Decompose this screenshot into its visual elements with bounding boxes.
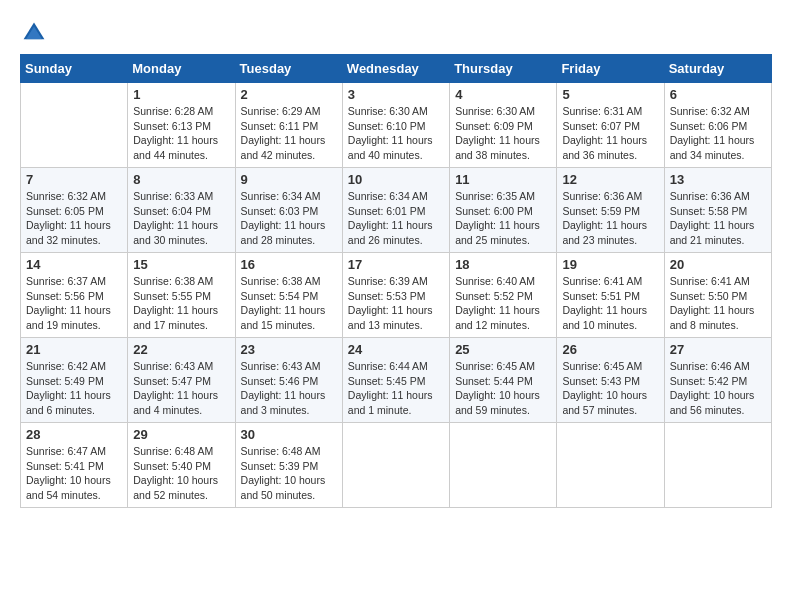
- day-number: 9: [241, 172, 337, 187]
- day-number: 3: [348, 87, 444, 102]
- day-info: Sunrise: 6:41 AM Sunset: 5:51 PM Dayligh…: [562, 274, 658, 333]
- day-number: 5: [562, 87, 658, 102]
- day-info: Sunrise: 6:43 AM Sunset: 5:46 PM Dayligh…: [241, 359, 337, 418]
- day-number: 21: [26, 342, 122, 357]
- day-info: Sunrise: 6:46 AM Sunset: 5:42 PM Dayligh…: [670, 359, 766, 418]
- day-info: Sunrise: 6:34 AM Sunset: 6:03 PM Dayligh…: [241, 189, 337, 248]
- day-info: Sunrise: 6:30 AM Sunset: 6:09 PM Dayligh…: [455, 104, 551, 163]
- day-number: 17: [348, 257, 444, 272]
- calendar-cell: 14Sunrise: 6:37 AM Sunset: 5:56 PM Dayli…: [21, 253, 128, 338]
- weekday-header-thursday: Thursday: [450, 55, 557, 83]
- day-info: Sunrise: 6:39 AM Sunset: 5:53 PM Dayligh…: [348, 274, 444, 333]
- calendar-cell: 12Sunrise: 6:36 AM Sunset: 5:59 PM Dayli…: [557, 168, 664, 253]
- calendar-cell: 25Sunrise: 6:45 AM Sunset: 5:44 PM Dayli…: [450, 338, 557, 423]
- day-number: 13: [670, 172, 766, 187]
- calendar-cell: 1Sunrise: 6:28 AM Sunset: 6:13 PM Daylig…: [128, 83, 235, 168]
- calendar-cell: 7Sunrise: 6:32 AM Sunset: 6:05 PM Daylig…: [21, 168, 128, 253]
- day-info: Sunrise: 6:40 AM Sunset: 5:52 PM Dayligh…: [455, 274, 551, 333]
- day-info: Sunrise: 6:34 AM Sunset: 6:01 PM Dayligh…: [348, 189, 444, 248]
- calendar-cell: 30Sunrise: 6:48 AM Sunset: 5:39 PM Dayli…: [235, 423, 342, 508]
- day-info: Sunrise: 6:32 AM Sunset: 6:05 PM Dayligh…: [26, 189, 122, 248]
- weekday-header-tuesday: Tuesday: [235, 55, 342, 83]
- day-info: Sunrise: 6:29 AM Sunset: 6:11 PM Dayligh…: [241, 104, 337, 163]
- day-number: 19: [562, 257, 658, 272]
- calendar-cell: 24Sunrise: 6:44 AM Sunset: 5:45 PM Dayli…: [342, 338, 449, 423]
- day-info: Sunrise: 6:36 AM Sunset: 5:58 PM Dayligh…: [670, 189, 766, 248]
- calendar-cell: 5Sunrise: 6:31 AM Sunset: 6:07 PM Daylig…: [557, 83, 664, 168]
- day-number: 4: [455, 87, 551, 102]
- calendar-cell: 11Sunrise: 6:35 AM Sunset: 6:00 PM Dayli…: [450, 168, 557, 253]
- calendar-cell: [21, 83, 128, 168]
- day-info: Sunrise: 6:45 AM Sunset: 5:43 PM Dayligh…: [562, 359, 658, 418]
- calendar-cell: [557, 423, 664, 508]
- day-info: Sunrise: 6:32 AM Sunset: 6:06 PM Dayligh…: [670, 104, 766, 163]
- day-number: 18: [455, 257, 551, 272]
- day-info: Sunrise: 6:38 AM Sunset: 5:54 PM Dayligh…: [241, 274, 337, 333]
- calendar-cell: 19Sunrise: 6:41 AM Sunset: 5:51 PM Dayli…: [557, 253, 664, 338]
- day-number: 2: [241, 87, 337, 102]
- calendar-cell: 26Sunrise: 6:45 AM Sunset: 5:43 PM Dayli…: [557, 338, 664, 423]
- calendar-week-5: 28Sunrise: 6:47 AM Sunset: 5:41 PM Dayli…: [21, 423, 772, 508]
- day-number: 20: [670, 257, 766, 272]
- calendar-cell: 18Sunrise: 6:40 AM Sunset: 5:52 PM Dayli…: [450, 253, 557, 338]
- day-number: 25: [455, 342, 551, 357]
- day-info: Sunrise: 6:30 AM Sunset: 6:10 PM Dayligh…: [348, 104, 444, 163]
- day-number: 6: [670, 87, 766, 102]
- calendar-week-2: 7Sunrise: 6:32 AM Sunset: 6:05 PM Daylig…: [21, 168, 772, 253]
- day-number: 24: [348, 342, 444, 357]
- calendar-cell: 20Sunrise: 6:41 AM Sunset: 5:50 PM Dayli…: [664, 253, 771, 338]
- calendar-cell: 22Sunrise: 6:43 AM Sunset: 5:47 PM Dayli…: [128, 338, 235, 423]
- calendar-cell: [342, 423, 449, 508]
- weekday-header-monday: Monday: [128, 55, 235, 83]
- calendar-cell: 15Sunrise: 6:38 AM Sunset: 5:55 PM Dayli…: [128, 253, 235, 338]
- calendar-cell: 2Sunrise: 6:29 AM Sunset: 6:11 PM Daylig…: [235, 83, 342, 168]
- calendar-cell: 17Sunrise: 6:39 AM Sunset: 5:53 PM Dayli…: [342, 253, 449, 338]
- day-number: 16: [241, 257, 337, 272]
- day-number: 14: [26, 257, 122, 272]
- calendar-cell: 27Sunrise: 6:46 AM Sunset: 5:42 PM Dayli…: [664, 338, 771, 423]
- weekday-header-friday: Friday: [557, 55, 664, 83]
- calendar-cell: 6Sunrise: 6:32 AM Sunset: 6:06 PM Daylig…: [664, 83, 771, 168]
- weekday-header-saturday: Saturday: [664, 55, 771, 83]
- calendar-cell: 21Sunrise: 6:42 AM Sunset: 5:49 PM Dayli…: [21, 338, 128, 423]
- day-number: 29: [133, 427, 229, 442]
- calendar-cell: 13Sunrise: 6:36 AM Sunset: 5:58 PM Dayli…: [664, 168, 771, 253]
- calendar-cell: [450, 423, 557, 508]
- day-number: 8: [133, 172, 229, 187]
- day-info: Sunrise: 6:45 AM Sunset: 5:44 PM Dayligh…: [455, 359, 551, 418]
- day-info: Sunrise: 6:38 AM Sunset: 5:55 PM Dayligh…: [133, 274, 229, 333]
- calendar-cell: 28Sunrise: 6:47 AM Sunset: 5:41 PM Dayli…: [21, 423, 128, 508]
- calendar-cell: 4Sunrise: 6:30 AM Sunset: 6:09 PM Daylig…: [450, 83, 557, 168]
- calendar-cell: 23Sunrise: 6:43 AM Sunset: 5:46 PM Dayli…: [235, 338, 342, 423]
- day-number: 12: [562, 172, 658, 187]
- day-number: 23: [241, 342, 337, 357]
- day-info: Sunrise: 6:47 AM Sunset: 5:41 PM Dayligh…: [26, 444, 122, 503]
- day-number: 7: [26, 172, 122, 187]
- day-info: Sunrise: 6:37 AM Sunset: 5:56 PM Dayligh…: [26, 274, 122, 333]
- day-info: Sunrise: 6:41 AM Sunset: 5:50 PM Dayligh…: [670, 274, 766, 333]
- day-info: Sunrise: 6:44 AM Sunset: 5:45 PM Dayligh…: [348, 359, 444, 418]
- day-number: 1: [133, 87, 229, 102]
- page-header: [20, 20, 772, 44]
- day-info: Sunrise: 6:43 AM Sunset: 5:47 PM Dayligh…: [133, 359, 229, 418]
- day-info: Sunrise: 6:28 AM Sunset: 6:13 PM Dayligh…: [133, 104, 229, 163]
- day-number: 26: [562, 342, 658, 357]
- day-info: Sunrise: 6:31 AM Sunset: 6:07 PM Dayligh…: [562, 104, 658, 163]
- day-info: Sunrise: 6:33 AM Sunset: 6:04 PM Dayligh…: [133, 189, 229, 248]
- day-info: Sunrise: 6:35 AM Sunset: 6:00 PM Dayligh…: [455, 189, 551, 248]
- calendar-week-4: 21Sunrise: 6:42 AM Sunset: 5:49 PM Dayli…: [21, 338, 772, 423]
- calendar-week-3: 14Sunrise: 6:37 AM Sunset: 5:56 PM Dayli…: [21, 253, 772, 338]
- day-number: 28: [26, 427, 122, 442]
- logo-icon: [22, 20, 46, 44]
- calendar-cell: 10Sunrise: 6:34 AM Sunset: 6:01 PM Dayli…: [342, 168, 449, 253]
- calendar-cell: 16Sunrise: 6:38 AM Sunset: 5:54 PM Dayli…: [235, 253, 342, 338]
- day-info: Sunrise: 6:48 AM Sunset: 5:40 PM Dayligh…: [133, 444, 229, 503]
- day-number: 15: [133, 257, 229, 272]
- day-number: 27: [670, 342, 766, 357]
- calendar-table: SundayMondayTuesdayWednesdayThursdayFrid…: [20, 54, 772, 508]
- day-info: Sunrise: 6:48 AM Sunset: 5:39 PM Dayligh…: [241, 444, 337, 503]
- weekday-header-row: SundayMondayTuesdayWednesdayThursdayFrid…: [21, 55, 772, 83]
- calendar-cell: 9Sunrise: 6:34 AM Sunset: 6:03 PM Daylig…: [235, 168, 342, 253]
- day-number: 30: [241, 427, 337, 442]
- calendar-cell: 29Sunrise: 6:48 AM Sunset: 5:40 PM Dayli…: [128, 423, 235, 508]
